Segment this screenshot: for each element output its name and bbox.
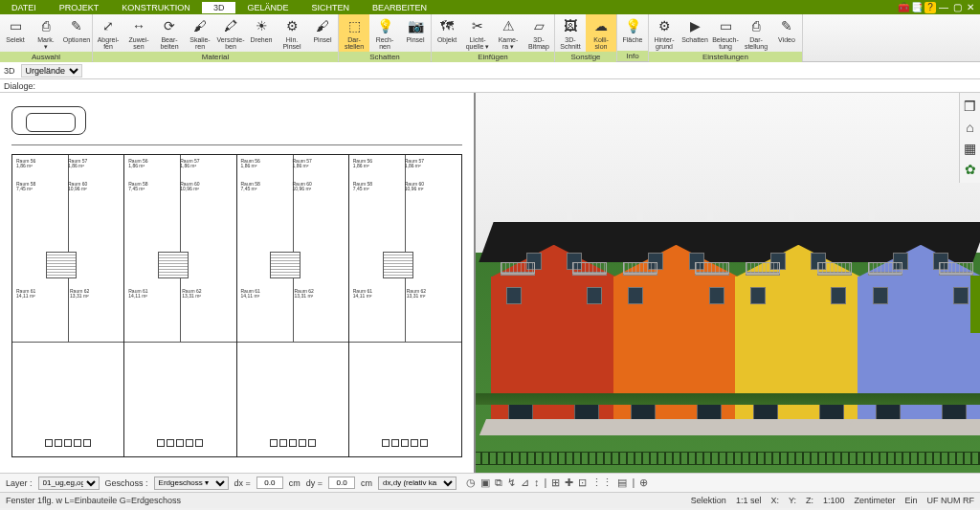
ribbon-icon: ↔	[129, 16, 148, 35]
menu-tab-gelaende[interactable]: GELÄNDE	[235, 2, 300, 13]
help-icon[interactable]: ?	[924, 2, 936, 13]
layers-icon[interactable]: ❒	[964, 99, 976, 114]
layer-select[interactable]: 01_ug,eg,og	[38, 477, 100, 490]
ribbon-button[interactable]: 🖌Skalie-ren	[185, 14, 215, 52]
dimension-line	[11, 144, 462, 152]
menu-tab-projekt[interactable]: PROJEKT	[48, 2, 111, 13]
furniture	[128, 432, 232, 455]
ribbon-button-label2: grund	[656, 43, 673, 50]
room-label: Raum 6010,96 m²	[180, 182, 199, 191]
ribbon-button[interactable]: ↔Zuwei-sen	[123, 14, 154, 52]
house-icon[interactable]: ⌂	[966, 120, 973, 135]
dialoge-bar: Dialoge:	[0, 79, 980, 93]
ribbon-group: ⤢Abgrei-fen↔Zuwei-sen⟳Bear-beiten🖌Skalie…	[93, 14, 339, 61]
snap-icon[interactable]: ↯	[507, 477, 516, 489]
tool-icon[interactable]: ⊡	[578, 477, 587, 489]
ribbon-button[interactable]: ⎙Mark.▾	[31, 14, 61, 52]
ribbon-button[interactable]: ▭Beleuch-tung	[710, 14, 741, 52]
tree-icon[interactable]: ✿	[965, 162, 976, 177]
tool-icon[interactable]: 🧰	[898, 2, 909, 13]
ribbon-button[interactable]: ▭Selekt	[0, 14, 31, 52]
ribbon-button-label: Licht-	[469, 36, 485, 43]
menu-tab-datei[interactable]: DATEI	[0, 2, 48, 13]
snap2-icon[interactable]: ⊿	[521, 477, 529, 489]
room-label: Raum 6010,96 m²	[405, 182, 424, 191]
ribbon-button[interactable]: ⎙Dar-stellung	[741, 14, 771, 52]
ribbon-button-label2: beiten	[160, 43, 178, 50]
coord-mode-select[interactable]: dx,dy (relativ ka	[378, 477, 457, 490]
close-icon[interactable]: ✕	[965, 2, 976, 13]
dx-input[interactable]	[256, 477, 283, 489]
geschoss-select[interactable]: Erdgeschoss ▾	[154, 477, 229, 490]
ribbon-button[interactable]: ✎Video	[771, 14, 802, 52]
ribbon-button[interactable]: 📷Pinsel	[400, 14, 431, 52]
tool-icon[interactable]: ⊕	[639, 477, 648, 489]
window	[628, 287, 643, 304]
ribbon-button-label2: nen	[379, 43, 390, 50]
balcony-railing	[623, 262, 657, 274]
view-3d-label: 3D	[4, 66, 15, 76]
chimney	[637, 207, 643, 220]
ribbon-icon: ▭	[716, 16, 735, 35]
ribbon-button[interactable]: ⚙Hin.Pinsel	[277, 14, 307, 52]
room-label: Raum 6213,31 m²	[295, 289, 314, 299]
side-panel-handle[interactable]	[970, 276, 980, 333]
maximize-icon[interactable]: ▢	[951, 2, 963, 13]
clock-icon[interactable]: ◷	[466, 477, 476, 489]
ribbon-group-label: Schatten	[339, 52, 431, 62]
stairs	[158, 252, 189, 278]
window	[873, 287, 888, 304]
ribbon-button[interactable]: ☀Drehen	[246, 14, 277, 52]
menu-tab-konstruktion[interactable]: KONSTRUKTION	[110, 2, 202, 13]
ribbon-button-label2: Schnitt	[560, 43, 580, 50]
ribbon-button[interactable]: ⬚Dar-stellen	[339, 14, 369, 52]
ortho-icon[interactable]: ↕	[534, 477, 540, 489]
plan-grid: Raum 561,86 m²Raum 571,86 m²Raum 587,45 …	[11, 154, 462, 457]
terrain-select[interactable]: Urgelände	[21, 64, 82, 78]
3d-pane[interactable]: ❒ ⌂ ▦ ✿	[476, 93, 980, 473]
status-y: Y:	[789, 496, 796, 505]
chimney	[869, 207, 875, 220]
ribbon-button[interactable]: ⚠Kame-ra ▾	[493, 14, 523, 52]
ribbon-button[interactable]: ✎Optionen	[61, 14, 92, 52]
palette-icon[interactable]: ▦	[964, 141, 976, 156]
ribbon-icon: ⎙	[36, 16, 56, 35]
ribbon-button[interactable]: ☁Kolli-sion	[586, 14, 616, 52]
ribbon-button[interactable]: ⟳Bear-beiten	[154, 14, 185, 52]
grid-icon[interactable]: ⊞	[551, 477, 560, 489]
tool-icon[interactable]: 📑	[911, 2, 923, 13]
ribbon-icon: 💡	[375, 16, 394, 35]
ribbon-group: 🖼3D-Schnitt☁Kolli-sionSonstige	[555, 14, 617, 61]
ribbon-button[interactable]: 💡Rech-nen	[369, 14, 400, 52]
minimize-icon[interactable]: —	[938, 2, 949, 13]
menu-tab-3d[interactable]: 3D	[202, 2, 236, 13]
ribbon-button[interactable]: 🗺Objekt	[432, 14, 462, 52]
ribbon-button-label2: ben	[225, 43, 236, 50]
view-icon[interactable]: ▣	[480, 477, 490, 489]
ribbon-button[interactable]: ▱3D-Bitmap	[523, 14, 554, 52]
ribbon-icon: ⚙	[282, 16, 301, 35]
ribbon-button[interactable]: ✂Licht-quelle ▾	[462, 14, 493, 52]
ribbon-button[interactable]: 🖍Verschie-ben	[215, 14, 246, 52]
tool-icon[interactable]: ⋮⋮	[591, 477, 612, 489]
terrace	[846, 419, 980, 435]
3d-canvas[interactable]	[476, 93, 980, 473]
floorplan-canvas[interactable]: Raum 561,86 m²Raum 571,86 m²Raum 587,45 …	[4, 97, 470, 469]
ribbon-button[interactable]: ⤢Abgrei-fen	[93, 14, 123, 52]
view-subbar: 3D Urgelände	[0, 62, 980, 79]
floorplan-pane[interactable]: Raum 561,86 m²Raum 571,86 m²Raum 587,45 …	[0, 93, 476, 473]
ribbon-button[interactable]: 🖌Pinsel	[307, 14, 338, 52]
window	[587, 287, 602, 304]
menu-tab-bearbeiten[interactable]: BEARBEITEN	[361, 2, 438, 13]
tool-icon[interactable]: ✚	[565, 477, 573, 489]
menu-tab-sichten[interactable]: SICHTEN	[300, 2, 361, 13]
ribbon-icon: ▭	[6, 16, 25, 35]
ribbon-button[interactable]: 🖼3D-Schnitt	[555, 14, 586, 52]
dy-input[interactable]	[328, 477, 355, 489]
ribbon-icon: 🗺	[437, 16, 457, 35]
ribbon-button[interactable]: 💡Fläche	[617, 14, 648, 51]
layer-icon[interactable]: ⧉	[495, 477, 502, 489]
ribbon-button[interactable]: ⚙Hinter-grund	[649, 14, 679, 52]
ribbon-button[interactable]: ▶Schatten	[679, 14, 710, 52]
tool-icon[interactable]: ▤	[617, 477, 627, 489]
